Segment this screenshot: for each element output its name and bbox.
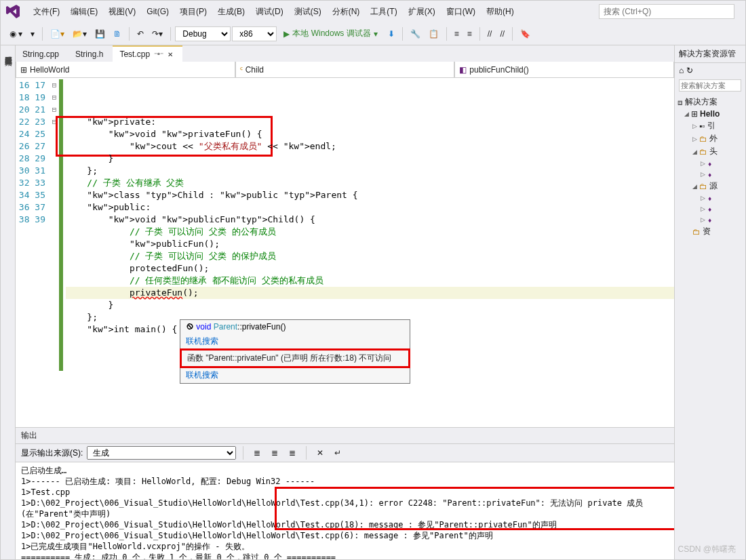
tb-outdent-icon[interactable]: ≡: [464, 27, 475, 41]
folder-icon: 🗀: [699, 134, 707, 144]
menu-analyze[interactable]: 分析(N): [327, 3, 366, 20]
cppfile-icon: ⬧: [707, 204, 712, 214]
menu-project[interactable]: 项目(P): [174, 3, 212, 20]
tree-solution[interactable]: ⧈解决方案: [676, 96, 744, 108]
nav-class[interactable]: ᶜChild: [235, 62, 455, 77]
tooltip-search-1[interactable]: 联机搜索: [180, 334, 410, 349]
code-nav-bar: ⊞HelloWorld ᶜChild ◧publicFunChild(): [16, 62, 674, 78]
tab-test-cpp[interactable]: Test.cpp⁻ᵒ⁻✕: [113, 45, 182, 62]
tab-string-h[interactable]: String.h: [68, 46, 113, 62]
undo-icon[interactable]: ↶: [134, 27, 147, 41]
solution-search[interactable]: [675, 78, 745, 93]
cppfile-icon: ⬧: [707, 193, 712, 203]
tb-indent-icon[interactable]: ≡: [451, 27, 463, 41]
solution-explorer: 解决方案资源管 ⌂ ↻ ⧈解决方案 ◢⊞Hello ▷▪▫引 ▷🗀外 ◢🗀头 ▷…: [674, 45, 745, 559]
menu-debug[interactable]: 调试(D): [250, 3, 289, 20]
out-icon-1[interactable]: ≣: [250, 446, 264, 460]
tooltip-error-text: 函数 "Parent::privateFun" (已声明 所在行数:18) 不可…: [180, 348, 410, 368]
menu-help[interactable]: 帮助(H): [481, 3, 519, 20]
tree-hfile2[interactable]: ▷⬧: [676, 169, 744, 180]
output-source-label: 显示输出来源(S):: [21, 447, 83, 459]
solution-icon: ⧈: [678, 98, 683, 107]
menu-edit[interactable]: 编辑(E): [65, 3, 103, 20]
tb-uncomment-icon[interactable]: //: [496, 27, 508, 41]
close-icon[interactable]: ✕: [168, 51, 173, 58]
tree-cfile1[interactable]: ▷⬧: [676, 193, 744, 203]
tooltip-signature: 🛇 void Parent::privateFun(): [180, 320, 410, 334]
folder-icon: 🗀: [692, 227, 701, 237]
project-icon: ⊞: [691, 109, 698, 119]
save-icon[interactable]: 💾: [92, 27, 109, 41]
new-icon[interactable]: 📄▾: [47, 27, 68, 41]
output-toolbar: 显示输出来源(S): 生成 ≣ ≣ ≣ ✕ ↵: [16, 444, 674, 462]
out-clear-icon[interactable]: ✕: [313, 446, 327, 460]
tb-icon-3[interactable]: 📋: [425, 27, 442, 41]
nav-back-icon[interactable]: ◉ ▾: [6, 27, 26, 41]
folder-icon: 🗀: [699, 182, 707, 191]
class-icon: ᶜ: [240, 65, 243, 75]
tab-string-cpp[interactable]: String.cpp: [16, 46, 68, 62]
project-icon: ⊞: [20, 65, 27, 75]
tb-icon-2[interactable]: 🔧: [407, 27, 424, 41]
sol-home-icon[interactable]: ⌂: [679, 66, 684, 75]
tree-cfile2[interactable]: ▷⬧: [676, 203, 744, 214]
nav-project[interactable]: ⊞HelloWorld: [16, 62, 235, 77]
out-icon-2[interactable]: ≣: [268, 446, 281, 460]
output-title: 输出: [16, 428, 674, 444]
folder-icon: 🗀: [699, 147, 707, 157]
tree-cfile3[interactable]: ▷⬧: [676, 214, 744, 225]
open-icon[interactable]: 📂▾: [69, 27, 90, 41]
menu-test[interactable]: 测试(S): [289, 3, 327, 20]
start-debug-button[interactable]: ▶ 本地 Windows 调试器 ▾: [278, 26, 382, 41]
menu-extensions[interactable]: 扩展(X): [403, 3, 441, 20]
tree-headers[interactable]: ◢🗀头: [676, 145, 744, 158]
save-all-icon[interactable]: 🗎: [110, 27, 125, 41]
tb-icon-1[interactable]: ⬇: [385, 27, 398, 41]
vs-logo-icon: [5, 3, 21, 20]
menu-window[interactable]: 窗口(W): [441, 3, 481, 20]
vs-window: 文件(F) 编辑(E) 视图(V) Git(G) 项目(P) 生成(B) 调试(…: [0, 0, 746, 560]
hfile-icon: ⬧: [707, 159, 712, 168]
line-gutter: 16 17 18 19 20 21 22 23 24 25 26 27 28 2…: [16, 78, 50, 427]
solution-tree[interactable]: ⧈解决方案 ◢⊞Hello ▷▪▫引 ▷🗀外 ◢🗀头 ▷⬧ ▷⬧ ◢🗀源 ▷⬧ …: [675, 93, 745, 559]
nav-method[interactable]: ◧publicFunChild(): [454, 62, 674, 77]
error-tooltip: 🛇 void Parent::privateFun() 联机搜索 函数 "Par…: [180, 319, 410, 384]
tree-sources[interactable]: ◢🗀源: [676, 180, 744, 193]
redo-icon[interactable]: ↷▾: [149, 27, 166, 41]
tree-ext[interactable]: ▷🗀外: [676, 132, 744, 145]
document-tabs: String.cpp String.h Test.cpp⁻ᵒ⁻✕: [16, 45, 674, 62]
main-toolbar: ◉ ▾ ▾ 📄▾ 📂▾ 💾 🗎 ↶ ↷▾ Debug x86 ▶ 本地 Wind…: [1, 22, 745, 45]
fold-column[interactable]: ⊟ ⊟ ⊟ ⊟: [50, 78, 59, 427]
tb-bookmark-icon[interactable]: 🔖: [517, 27, 534, 41]
cppfile-icon: ⬧: [707, 215, 712, 224]
out-wrap-icon[interactable]: ↵: [331, 446, 345, 460]
menu-file[interactable]: 文件(F): [28, 3, 65, 20]
menu-build[interactable]: 生成(B): [212, 3, 250, 20]
solution-toolbar: ⌂ ↻: [675, 63, 745, 78]
side-toolbox-tab[interactable]: 服务器资源管理器 工具箱: [1, 45, 16, 559]
menu-tools[interactable]: 工具(T): [365, 3, 402, 20]
tree-project[interactable]: ◢⊞Hello: [676, 108, 744, 119]
editor-column: String.cpp String.h Test.cpp⁻ᵒ⁻✕ ⊞HelloW…: [16, 45, 674, 559]
config-select[interactable]: Debug: [175, 26, 231, 41]
solution-search-input[interactable]: [679, 79, 741, 92]
quick-search-input[interactable]: [599, 4, 734, 19]
refs-icon: ▪▫: [699, 121, 705, 131]
menu-git[interactable]: Git(G): [141, 4, 174, 19]
platform-select[interactable]: x86: [232, 26, 277, 41]
tree-refs[interactable]: ▷▪▫引: [676, 119, 744, 132]
output-panel: 输出 显示输出来源(S): 生成 ≣ ≣ ≣ ✕ ↵ 已启动生成…1>-----…: [16, 427, 674, 559]
output-source-select[interactable]: 生成: [87, 446, 236, 460]
menu-bar: 文件(F) 编辑(E) 视图(V) Git(G) 项目(P) 生成(B) 调试(…: [1, 1, 745, 22]
nav-fwd-icon[interactable]: ▾: [27, 27, 38, 41]
out-icon-3[interactable]: ≣: [286, 446, 299, 460]
pin-icon[interactable]: ⁻ᵒ⁻: [154, 51, 163, 58]
quick-search[interactable]: [599, 4, 734, 19]
menu-view[interactable]: 视图(V): [103, 3, 141, 20]
tree-res[interactable]: 🗀资: [676, 225, 744, 238]
sol-refresh-icon[interactable]: ↻: [686, 66, 693, 75]
output-body[interactable]: 已启动生成…1>------ 已启动生成: 项目: HelloWorld, 配置…: [16, 462, 674, 559]
tb-comment-icon[interactable]: //: [484, 27, 496, 41]
tooltip-search-2[interactable]: 联机搜索: [180, 367, 410, 383]
tree-hfile1[interactable]: ▷⬧: [676, 158, 744, 169]
